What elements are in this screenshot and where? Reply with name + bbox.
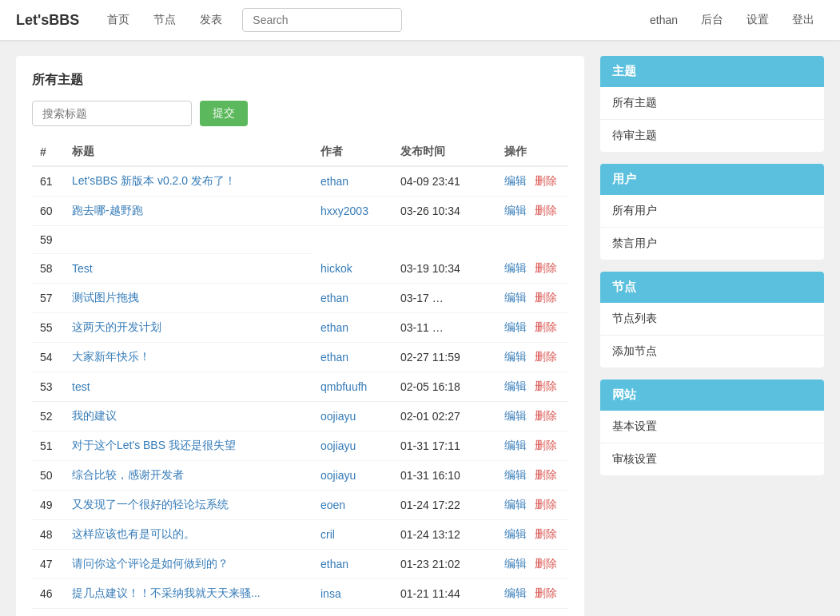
- edit-link[interactable]: 编辑: [504, 498, 527, 511]
- author-link[interactable]: hxxy2003: [320, 205, 368, 217]
- submit-button[interactable]: 提交: [200, 101, 248, 126]
- topic-link[interactable]: 我的建议: [72, 409, 117, 422]
- author-link[interactable]: ethan: [320, 175, 348, 188]
- topic-search-input[interactable]: [32, 101, 192, 126]
- topic-link[interactable]: 综合比较，感谢开发者: [72, 468, 184, 481]
- delete-link[interactable]: 删除: [535, 320, 557, 333]
- topic-link[interactable]: 对于这个Let's BBS 我还是很失望: [72, 439, 236, 451]
- delete-link[interactable]: 删除: [535, 498, 557, 511]
- delete-link[interactable]: 删除: [535, 409, 557, 422]
- cell-author: eoen: [313, 490, 392, 519]
- logout-link[interactable]: 登出: [782, 0, 824, 40]
- cell-id: 50: [32, 460, 64, 490]
- topic-link[interactable]: Test: [72, 262, 93, 275]
- cell-title: 对于这个Let's BBS 我还是很失望: [64, 431, 313, 460]
- cell-time: 02-05 16:18: [392, 372, 496, 401]
- edit-link[interactable]: 编辑: [504, 439, 527, 451]
- edit-link[interactable]: 编辑: [504, 527, 527, 540]
- author-link[interactable]: ethan: [320, 321, 348, 334]
- author-link[interactable]: ethan: [320, 558, 348, 570]
- sidebar-item-待审主题[interactable]: 待审主题: [600, 120, 824, 152]
- delete-link[interactable]: 删除: [535, 527, 557, 540]
- topic-link[interactable]: 跑去哪-越野跑: [72, 204, 143, 217]
- topic-link[interactable]: 大家新年快乐！: [72, 350, 150, 363]
- settings-link[interactable]: 设置: [737, 0, 778, 40]
- sidebar-item-所有用户[interactable]: 所有用户: [600, 195, 824, 228]
- table-row: 55 这两天的开发计划 ethan 03-11 … 编辑 删除: [32, 312, 568, 342]
- delete-link[interactable]: 删除: [535, 439, 557, 451]
- cell-author: cril: [313, 519, 392, 549]
- edit-link[interactable]: 编辑: [504, 586, 527, 599]
- cell-id: 57: [32, 283, 64, 312]
- sidebar-item-所有主题[interactable]: 所有主题: [600, 87, 824, 120]
- sidebar-section-body-site: 基本设置审核设置: [600, 411, 824, 475]
- cell-id: 52: [32, 401, 64, 431]
- sidebar-section-header-node: 节点: [600, 272, 824, 303]
- topic-link[interactable]: 提几点建议！！不采纳我就天天来骚...: [72, 586, 261, 599]
- sidebar-item-节点列表[interactable]: 节点列表: [600, 303, 824, 336]
- author-link[interactable]: oojiayu: [320, 439, 356, 452]
- edit-link[interactable]: 编辑: [504, 261, 527, 274]
- sidebar-item-禁言用户[interactable]: 禁言用户: [600, 228, 824, 260]
- nav-link-home[interactable]: 首页: [95, 0, 141, 40]
- cell-id: 60: [32, 197, 64, 226]
- cell-action: 编辑 删除: [496, 312, 568, 342]
- author-link[interactable]: oojiayu: [320, 410, 356, 423]
- nav-item-home[interactable]: 首页: [95, 0, 141, 40]
- edit-link[interactable]: 编辑: [504, 350, 527, 363]
- delete-link[interactable]: 删除: [535, 350, 557, 363]
- nav-link-nodes[interactable]: 节点: [141, 0, 188, 40]
- topic-link[interactable]: 又发现了一个很好的轻论坛系统: [72, 498, 229, 511]
- author-link[interactable]: ethan: [320, 292, 348, 304]
- delete-link[interactable]: 删除: [535, 204, 557, 217]
- topic-link[interactable]: test: [72, 380, 90, 393]
- cell-title: test: [64, 372, 313, 401]
- author-link[interactable]: insa: [320, 587, 341, 600]
- edit-link[interactable]: 编辑: [504, 204, 527, 217]
- delete-link[interactable]: 删除: [535, 380, 557, 392]
- nav-item-post[interactable]: 发表: [188, 0, 234, 40]
- author-link[interactable]: oojiayu: [320, 469, 356, 482]
- search-input[interactable]: [242, 8, 402, 32]
- cell-time: 03-19 10:34: [392, 254, 496, 284]
- topic-link[interactable]: 请问你这个评论是如何做到的？: [72, 557, 229, 570]
- edit-link[interactable]: 编辑: [504, 409, 527, 422]
- topic-link[interactable]: Let'sBBS 新版本 v0.2.0 发布了！: [72, 174, 236, 187]
- delete-link[interactable]: 删除: [535, 174, 557, 187]
- author-link[interactable]: eoen: [320, 499, 345, 511]
- delete-link[interactable]: 删除: [535, 586, 557, 599]
- edit-link[interactable]: 编辑: [504, 320, 527, 333]
- delete-link[interactable]: 删除: [535, 557, 557, 570]
- author-link[interactable]: ethan: [320, 351, 348, 364]
- topic-link[interactable]: 这样应该也有是可以的。: [72, 527, 195, 540]
- cell-action: 编辑 删除: [496, 166, 568, 197]
- table-row: 49 又发现了一个很好的轻论坛系统 eoen 01-24 17:22 编辑 删除: [32, 490, 568, 519]
- sidebar-section-user: 用户所有用户禁言用户: [600, 164, 824, 260]
- sidebar-item-添加节点[interactable]: 添加节点: [600, 336, 824, 368]
- user-name-link[interactable]: ethan: [640, 0, 687, 40]
- edit-link[interactable]: 编辑: [504, 468, 527, 481]
- admin-link[interactable]: 后台: [691, 0, 733, 40]
- author-link[interactable]: qmbfuufh: [320, 380, 367, 393]
- nav-link-post[interactable]: 发表: [188, 0, 234, 40]
- author-link[interactable]: hickok: [320, 262, 352, 275]
- cell-author: ethan: [313, 549, 392, 578]
- author-link[interactable]: cril: [320, 528, 335, 541]
- delete-link[interactable]: 删除: [535, 291, 557, 304]
- cell-author: ethan: [313, 312, 392, 342]
- cell-time: 02-27 11:59: [392, 342, 496, 372]
- sidebar-item-基本设置[interactable]: 基本设置: [600, 411, 824, 443]
- sidebar-item-审核设置[interactable]: 审核设置: [600, 443, 824, 475]
- delete-link[interactable]: 删除: [535, 261, 557, 274]
- brand[interactable]: Let'sBBS: [16, 12, 79, 29]
- delete-link[interactable]: 删除: [535, 468, 557, 481]
- topic-link[interactable]: 这两天的开发计划: [72, 320, 161, 333]
- edit-link[interactable]: 编辑: [504, 291, 527, 304]
- nav-item-nodes[interactable]: 节点: [141, 0, 188, 40]
- edit-link[interactable]: 编辑: [504, 174, 527, 187]
- topic-link[interactable]: 测试图片拖拽: [72, 291, 139, 304]
- cell-author: ethan: [313, 166, 392, 197]
- edit-link[interactable]: 编辑: [504, 380, 527, 392]
- edit-link[interactable]: 编辑: [504, 557, 527, 570]
- cell-id: 55: [32, 312, 64, 342]
